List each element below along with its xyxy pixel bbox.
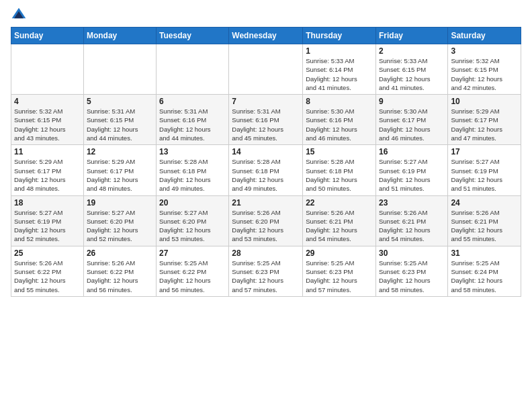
- day-number: 18: [14, 198, 81, 208]
- calendar-cell: 18Sunrise: 5:27 AM Sunset: 6:19 PM Dayli…: [11, 195, 84, 246]
- day-info: Sunrise: 5:30 AM Sunset: 6:17 PM Dayligh…: [379, 107, 445, 142]
- calendar-cell: [229, 44, 303, 95]
- day-info: Sunrise: 5:25 AM Sunset: 6:22 PM Dayligh…: [159, 259, 226, 294]
- day-number: 11: [14, 147, 81, 156]
- day-info: Sunrise: 5:27 AM Sunset: 6:19 PM Dayligh…: [379, 157, 445, 193]
- weekday-header-thursday: Thursday: [303, 28, 376, 44]
- day-info: Sunrise: 5:31 AM Sunset: 6:15 PM Dayligh…: [87, 107, 153, 142]
- calendar-cell: 17Sunrise: 5:27 AM Sunset: 6:19 PM Dayli…: [448, 145, 521, 195]
- calendar-cell: 16Sunrise: 5:27 AM Sunset: 6:19 PM Dayli…: [375, 145, 447, 195]
- day-number: 17: [451, 147, 518, 156]
- calendar-cell: [11, 44, 84, 95]
- weekday-header-tuesday: Tuesday: [157, 28, 229, 44]
- page: SundayMondayTuesdayWednesdayThursdayFrid…: [0, 0, 532, 411]
- calendar-cell: 3Sunrise: 5:32 AM Sunset: 6:15 PM Daylig…: [448, 44, 521, 95]
- calendar-cell: 22Sunrise: 5:26 AM Sunset: 6:21 PM Dayli…: [303, 195, 376, 246]
- day-info: Sunrise: 5:26 AM Sunset: 6:21 PM Dayligh…: [451, 208, 518, 244]
- day-number: 4: [14, 97, 81, 106]
- calendar-cell: 28Sunrise: 5:25 AM Sunset: 6:23 PM Dayli…: [229, 246, 303, 296]
- calendar-cell: 2Sunrise: 5:33 AM Sunset: 6:15 PM Daylig…: [375, 44, 447, 95]
- calendar-week-3: 11Sunrise: 5:29 AM Sunset: 6:17 PM Dayli…: [11, 145, 521, 195]
- weekday-header-monday: Monday: [83, 28, 156, 44]
- calendar-cell: 12Sunrise: 5:29 AM Sunset: 6:17 PM Dayli…: [83, 145, 156, 195]
- day-info: Sunrise: 5:27 AM Sunset: 6:20 PM Dayligh…: [159, 208, 226, 244]
- day-info: Sunrise: 5:31 AM Sunset: 6:16 PM Dayligh…: [232, 107, 300, 142]
- calendar-cell: 23Sunrise: 5:26 AM Sunset: 6:21 PM Dayli…: [375, 195, 447, 246]
- day-info: Sunrise: 5:28 AM Sunset: 6:18 PM Dayligh…: [232, 157, 300, 193]
- calendar-cell: 24Sunrise: 5:26 AM Sunset: 6:21 PM Dayli…: [448, 195, 521, 246]
- calendar-cell: 7Sunrise: 5:31 AM Sunset: 6:16 PM Daylig…: [229, 95, 303, 145]
- logo: [11, 7, 30, 23]
- calendar-cell: 19Sunrise: 5:27 AM Sunset: 6:20 PM Dayli…: [83, 195, 156, 246]
- calendar-cell: 26Sunrise: 5:26 AM Sunset: 6:22 PM Dayli…: [83, 246, 156, 296]
- day-info: Sunrise: 5:29 AM Sunset: 6:17 PM Dayligh…: [451, 107, 518, 142]
- calendar-cell: 13Sunrise: 5:28 AM Sunset: 6:18 PM Dayli…: [157, 145, 229, 195]
- calendar-week-4: 18Sunrise: 5:27 AM Sunset: 6:19 PM Dayli…: [11, 195, 521, 246]
- day-number: 10: [451, 97, 518, 106]
- day-number: 20: [159, 198, 226, 208]
- day-info: Sunrise: 5:25 AM Sunset: 6:23 PM Dayligh…: [232, 259, 300, 294]
- day-info: Sunrise: 5:26 AM Sunset: 6:20 PM Dayligh…: [232, 208, 300, 244]
- calendar-cell: 29Sunrise: 5:25 AM Sunset: 6:23 PM Dayli…: [303, 246, 376, 296]
- calendar-week-5: 25Sunrise: 5:26 AM Sunset: 6:22 PM Dayli…: [11, 246, 521, 296]
- calendar-cell: 15Sunrise: 5:28 AM Sunset: 6:18 PM Dayli…: [303, 145, 376, 195]
- day-number: 6: [159, 97, 226, 106]
- day-info: Sunrise: 5:26 AM Sunset: 6:21 PM Dayligh…: [306, 208, 373, 244]
- day-number: 21: [232, 198, 300, 208]
- day-info: Sunrise: 5:29 AM Sunset: 6:17 PM Dayligh…: [14, 157, 81, 193]
- day-number: 3: [451, 46, 518, 56]
- calendar-cell: 20Sunrise: 5:27 AM Sunset: 6:20 PM Dayli…: [157, 195, 229, 246]
- day-info: Sunrise: 5:25 AM Sunset: 6:23 PM Dayligh…: [379, 259, 445, 294]
- weekday-header-friday: Friday: [375, 28, 447, 44]
- calendar-cell: 25Sunrise: 5:26 AM Sunset: 6:22 PM Dayli…: [11, 246, 84, 296]
- day-info: Sunrise: 5:27 AM Sunset: 6:19 PM Dayligh…: [451, 157, 518, 193]
- day-info: Sunrise: 5:25 AM Sunset: 6:23 PM Dayligh…: [306, 259, 373, 294]
- weekday-header-wednesday: Wednesday: [229, 28, 303, 44]
- day-number: 22: [306, 198, 373, 208]
- header: [11, 7, 521, 23]
- calendar-cell: 4Sunrise: 5:32 AM Sunset: 6:15 PM Daylig…: [11, 95, 84, 145]
- day-info: Sunrise: 5:26 AM Sunset: 6:22 PM Dayligh…: [14, 259, 81, 294]
- weekday-header-sunday: Sunday: [11, 28, 84, 44]
- day-info: Sunrise: 5:32 AM Sunset: 6:15 PM Dayligh…: [451, 56, 518, 92]
- day-number: 15: [306, 147, 373, 156]
- day-number: 9: [379, 97, 445, 106]
- calendar-cell: [157, 44, 229, 95]
- day-number: 30: [379, 248, 445, 258]
- calendar-cell: 9Sunrise: 5:30 AM Sunset: 6:17 PM Daylig…: [375, 95, 447, 145]
- day-number: 24: [451, 198, 518, 208]
- day-number: 23: [379, 198, 445, 208]
- day-info: Sunrise: 5:31 AM Sunset: 6:16 PM Dayligh…: [159, 107, 226, 142]
- day-number: 12: [87, 147, 153, 156]
- calendar-cell: 10Sunrise: 5:29 AM Sunset: 6:17 PM Dayli…: [448, 95, 521, 145]
- day-info: Sunrise: 5:26 AM Sunset: 6:21 PM Dayligh…: [379, 208, 445, 244]
- calendar-week-2: 4Sunrise: 5:32 AM Sunset: 6:15 PM Daylig…: [11, 95, 521, 145]
- day-info: Sunrise: 5:29 AM Sunset: 6:17 PM Dayligh…: [87, 157, 153, 193]
- weekday-header-row: SundayMondayTuesdayWednesdayThursdayFrid…: [11, 28, 521, 44]
- calendar-week-1: 1Sunrise: 5:33 AM Sunset: 6:14 PM Daylig…: [11, 44, 521, 95]
- day-number: 13: [159, 147, 226, 156]
- calendar-cell: 5Sunrise: 5:31 AM Sunset: 6:15 PM Daylig…: [83, 95, 156, 145]
- day-number: 14: [232, 147, 300, 156]
- calendar-cell: 31Sunrise: 5:25 AM Sunset: 6:24 PM Dayli…: [448, 246, 521, 296]
- day-number: 16: [379, 147, 445, 156]
- day-info: Sunrise: 5:32 AM Sunset: 6:15 PM Dayligh…: [14, 107, 81, 142]
- day-info: Sunrise: 5:27 AM Sunset: 6:20 PM Dayligh…: [87, 208, 153, 244]
- day-number: 7: [232, 97, 300, 106]
- day-number: 19: [87, 198, 153, 208]
- day-info: Sunrise: 5:25 AM Sunset: 6:24 PM Dayligh…: [451, 259, 518, 294]
- day-number: 28: [232, 248, 300, 258]
- day-info: Sunrise: 5:28 AM Sunset: 6:18 PM Dayligh…: [306, 157, 373, 193]
- calendar-cell: 30Sunrise: 5:25 AM Sunset: 6:23 PM Dayli…: [375, 246, 447, 296]
- day-number: 29: [306, 248, 373, 258]
- day-number: 8: [306, 97, 373, 106]
- calendar-cell: 8Sunrise: 5:30 AM Sunset: 6:16 PM Daylig…: [303, 95, 376, 145]
- calendar-cell: 1Sunrise: 5:33 AM Sunset: 6:14 PM Daylig…: [303, 44, 376, 95]
- calendar-cell: 11Sunrise: 5:29 AM Sunset: 6:17 PM Dayli…: [11, 145, 84, 195]
- day-info: Sunrise: 5:26 AM Sunset: 6:22 PM Dayligh…: [87, 259, 153, 294]
- calendar-cell: 14Sunrise: 5:28 AM Sunset: 6:18 PM Dayli…: [229, 145, 303, 195]
- day-number: 25: [14, 248, 81, 258]
- day-number: 31: [451, 248, 518, 258]
- day-info: Sunrise: 5:27 AM Sunset: 6:19 PM Dayligh…: [14, 208, 81, 244]
- day-info: Sunrise: 5:28 AM Sunset: 6:18 PM Dayligh…: [159, 157, 226, 193]
